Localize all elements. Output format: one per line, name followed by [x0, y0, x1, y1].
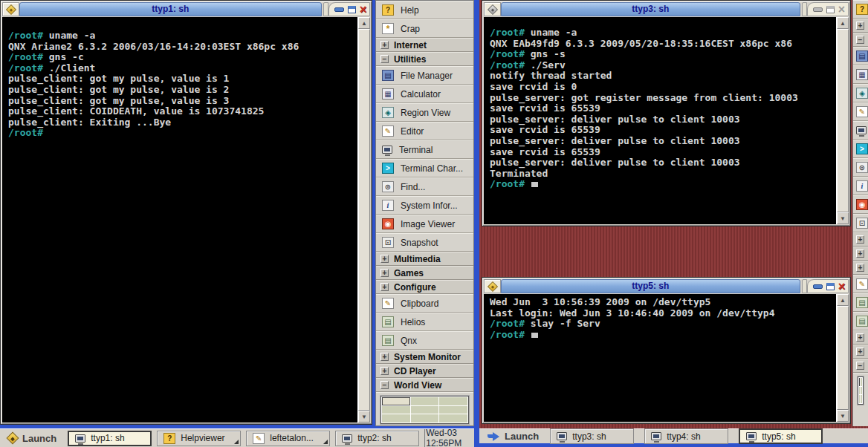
taskbar-clock[interactable]: Wed-03 12:56PM [424, 429, 472, 447]
menu-item-terminal-char-[interactable]: >Terminal Char... [376, 159, 473, 177]
menu-item-cropped[interactable]: ⊡ [853, 214, 868, 232]
workspace-cell[interactable] [859, 378, 860, 386]
task-button-ttyp5-sh[interactable]: ttyp5: sh [739, 428, 823, 444]
workspace-cell[interactable] [861, 387, 862, 395]
menu-group-cropped[interactable]: − [853, 33, 868, 47]
scroll-thumb[interactable] [837, 29, 849, 212]
workspace-cell[interactable] [859, 395, 860, 403]
window-menu-button[interactable] [484, 279, 501, 293]
workspace-cell[interactable] [411, 406, 439, 414]
expand-icon[interactable]: + [856, 348, 864, 356]
task-button-ttyp4-sh[interactable]: ttyp4: sh [644, 428, 728, 444]
expand-icon[interactable]: + [856, 235, 864, 244]
workspace-cell[interactable] [861, 378, 861, 386]
task-button-ttyp1-sh[interactable]: ttyp1: sh [68, 431, 152, 446]
menu-item-find-[interactable]: ⊙Find... [376, 177, 473, 196]
menu-item-cropped[interactable]: ◈ [853, 84, 868, 102]
maximize-button[interactable] [826, 283, 835, 290]
menu-item-snapshot[interactable]: ⊡Snapshot [376, 233, 473, 252]
menu-group-cropped[interactable]: + [853, 232, 868, 247]
maximize-button[interactable] [348, 6, 356, 13]
expand-icon[interactable]: + [380, 255, 389, 263]
menu-item-terminal[interactable]: Terminal [376, 140, 473, 159]
scroll-down-button[interactable]: ▼ [837, 410, 849, 422]
menu-item-file-manager[interactable]: ▤File Manager [376, 66, 473, 85]
menu-group-cropped[interactable]: − [853, 359, 868, 373]
task-button-ttyp3-sh[interactable]: ttyp3: sh [550, 428, 634, 444]
menu-item-editor[interactable]: ✎Editor [376, 122, 473, 140]
window-title[interactable]: ttyp3: sh [501, 2, 800, 16]
collapse-icon[interactable]: − [380, 381, 389, 389]
menu-item-cropped[interactable]: i [853, 177, 868, 195]
expand-icon[interactable]: + [856, 333, 864, 342]
menu-item-cropped[interactable]: ▦ [853, 65, 868, 84]
menu-group-cropped[interactable]: + [853, 261, 868, 275]
titlebar-ttyp5[interactable]: ttyp5: sh × [484, 279, 849, 293]
menu-item-cropped[interactable]: ◉ [853, 195, 868, 214]
menu-item-help[interactable]: ?Help [376, 1, 473, 19]
workspace-cell[interactable] [861, 387, 861, 395]
task-button-leftetalon-[interactable]: ✎leftetalon... [246, 431, 330, 446]
titlebar-ttyp1[interactable]: ttyp1: sh × [2, 2, 370, 16]
menu-item-clipboard[interactable]: ✎Clipboard [376, 294, 473, 313]
minimize-button[interactable] [813, 7, 823, 12]
expand-icon[interactable]: + [380, 353, 389, 361]
menu-group-configure[interactable]: +Configure [376, 280, 473, 294]
terminal-output-ttyp1[interactable]: /root# uname -aQNX Ariane2 6.3.2 2006/03… [2, 17, 357, 422]
scroll-thumb[interactable] [837, 306, 849, 410]
menu-group-system-monitor[interactable]: +System Monitor [376, 350, 473, 364]
window-menu-button[interactable] [484, 2, 501, 16]
menu-item-system-infor-[interactable]: iSystem Infor... [376, 196, 473, 215]
menu-item-image-viewer[interactable]: ◉Image Viewer [376, 215, 473, 233]
scrollbar[interactable]: ▲ ▼ [836, 17, 849, 224]
collapse-icon[interactable]: − [856, 362, 864, 370]
terminal-output-ttyp3[interactable]: /root# uname -aQNX EAb49fd9 6.3.3 2009/0… [484, 17, 836, 224]
menu-item-region-view[interactable]: ◈Region View [376, 103, 473, 122]
minimize-button[interactable] [813, 284, 823, 289]
close-button[interactable]: × [838, 281, 845, 292]
task-button-ttyp2-sh[interactable]: ttyp2: sh [335, 431, 419, 446]
menu-group-cd-player[interactable]: +CD Player [376, 364, 473, 378]
workspace-cell[interactable] [439, 397, 467, 405]
expand-icon[interactable]: + [856, 22, 864, 30]
menu-group-world-view[interactable]: −World View [376, 378, 473, 392]
expand-icon[interactable]: + [380, 41, 389, 49]
workspace-cell[interactable] [382, 397, 410, 405]
menu-item-cropped[interactable]: ⊙ [853, 158, 868, 177]
world-view-grid[interactable] [858, 376, 864, 405]
close-button[interactable]: × [360, 4, 366, 15]
menu-item-cropped[interactable]: ▤ [853, 47, 868, 65]
window-menu-button[interactable] [2, 2, 19, 16]
menu-item-calculator[interactable]: ▦Calculator [376, 85, 473, 103]
workspace-cell[interactable] [861, 395, 861, 403]
launch-button-right[interactable]: Launch [482, 428, 545, 444]
menu-item-cropped[interactable]: ✎ [853, 102, 868, 121]
scrollbar[interactable]: ▲ ▼ [357, 17, 370, 422]
scroll-up-button[interactable]: ▲ [837, 17, 849, 29]
workspace-cell[interactable] [859, 387, 860, 395]
menu-item-cropped[interactable]: ✎ [853, 275, 868, 293]
terminal-output-ttyp5[interactable]: Wed Jun 3 10:56:39 2009 on /dev/ttyp5Las… [484, 294, 836, 422]
menu-item-cropped[interactable]: ? [853, 0, 868, 19]
window-title[interactable]: ttyp5: sh [501, 279, 800, 293]
window-title[interactable]: ttyp1: sh [19, 2, 322, 16]
scrollbar[interactable]: ▲ ▼ [836, 294, 849, 422]
menu-item-cropped[interactable] [853, 121, 868, 140]
titlebar-ttyp3[interactable]: ttyp3: sh × [484, 2, 849, 16]
menu-group-cropped[interactable]: + [853, 19, 868, 33]
menu-group-utilities[interactable]: −Utilities [376, 52, 473, 66]
workspace-cell[interactable] [382, 414, 410, 422]
expand-icon[interactable]: + [856, 249, 864, 258]
minimize-button[interactable] [334, 7, 344, 12]
workspace-cell[interactable] [861, 395, 862, 403]
scroll-up-button[interactable]: ▲ [837, 294, 849, 306]
scroll-up-button[interactable]: ▲ [358, 17, 370, 29]
workspace-cell[interactable] [411, 397, 439, 405]
menu-item-helios[interactable]: ▤Helios [376, 313, 473, 331]
menu-item-qnx[interactable]: ▤Qnx [376, 331, 473, 350]
workspace-cell[interactable] [439, 406, 467, 414]
workspace-cell[interactable] [411, 414, 439, 422]
workspace-cell[interactable] [861, 378, 862, 386]
menu-group-cropped[interactable]: + [853, 345, 868, 359]
expand-icon[interactable]: + [856, 264, 864, 272]
